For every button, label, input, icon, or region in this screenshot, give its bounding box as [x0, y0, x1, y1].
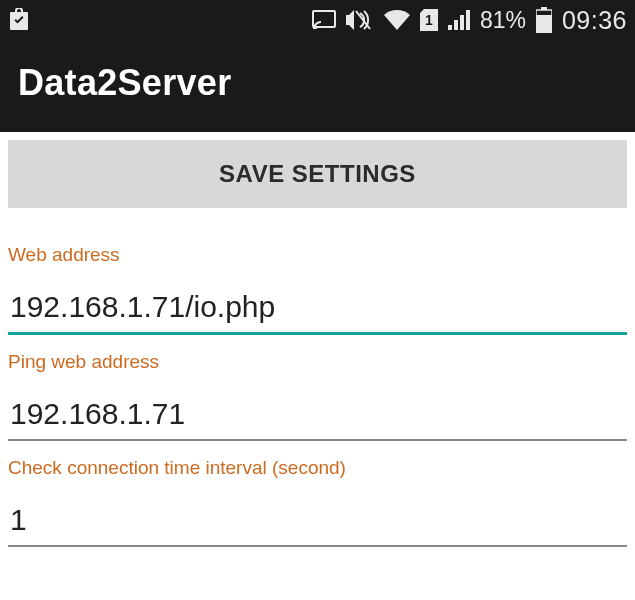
app-title: Data2Server — [18, 62, 617, 104]
status-left — [8, 8, 30, 32]
signal-icon — [448, 10, 470, 30]
svg-rect-3 — [448, 25, 452, 30]
wifi-icon — [384, 10, 410, 30]
svg-rect-6 — [466, 10, 470, 30]
interval-input[interactable] — [8, 497, 627, 547]
svg-rect-4 — [454, 20, 458, 30]
battery-icon — [536, 7, 552, 33]
interval-field: Check connection time interval (second) — [8, 457, 627, 563]
save-row: SAVE SETTINGS — [0, 132, 635, 216]
status-right: 1 81% 09:36 — [312, 6, 627, 35]
ping-address-field: Ping web address — [8, 351, 627, 457]
main-content: SAVE SETTINGS Web address Ping web addre… — [0, 132, 635, 563]
svg-rect-5 — [460, 15, 464, 30]
vibrate-mute-icon — [346, 9, 374, 31]
battery-percent: 81% — [480, 7, 526, 34]
bag-check-icon — [8, 8, 30, 32]
sim-icon: 1 — [420, 9, 438, 31]
ping-address-input[interactable] — [8, 391, 627, 441]
web-address-field: Web address — [8, 244, 627, 351]
ping-address-label: Ping web address — [8, 351, 627, 373]
status-bar: 1 81% 09:36 — [0, 0, 635, 40]
web-address-input[interactable] — [8, 284, 627, 335]
save-settings-button[interactable]: SAVE SETTINGS — [8, 140, 627, 208]
web-address-label: Web address — [8, 244, 627, 266]
clock: 09:36 — [562, 6, 627, 35]
svg-text:1: 1 — [425, 12, 433, 28]
cast-icon — [312, 10, 336, 30]
svg-rect-9 — [536, 15, 552, 33]
app-bar: Data2Server — [0, 40, 635, 132]
interval-label: Check connection time interval (second) — [8, 457, 627, 479]
settings-form: Web address Ping web address Check conne… — [0, 216, 635, 563]
